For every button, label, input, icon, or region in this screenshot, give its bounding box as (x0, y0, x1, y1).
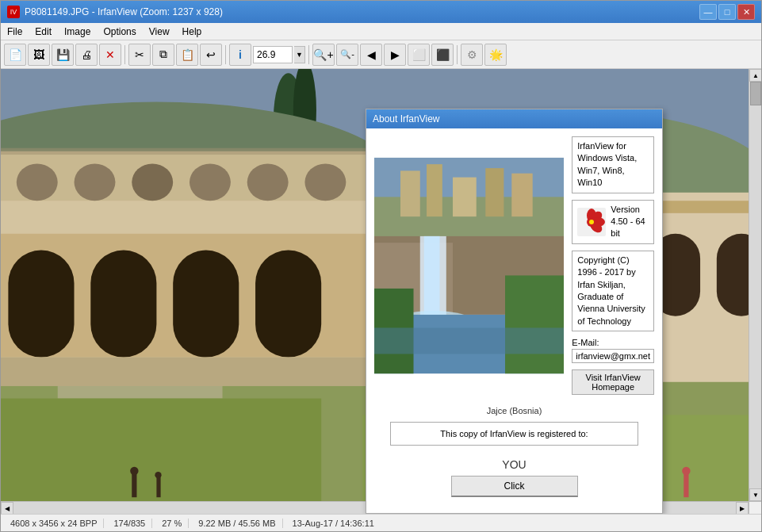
effects-button[interactable]: 🌟 (484, 44, 507, 66)
svg-rect-7 (17, 163, 58, 201)
version-box: Version 4.50 - 64 bit (572, 200, 654, 244)
menu-file[interactable]: File (1, 25, 29, 39)
scroll-right-arrow[interactable]: ▶ (736, 502, 749, 514)
vertical-scrollbar: ▲ ▼ (749, 69, 761, 501)
delete-button[interactable]: ✕ (99, 44, 121, 66)
status-date: 13-Aug-17 / 14:36:11 (286, 519, 381, 528)
copyright-text: Copyright (C) 1996 - 2017 by Irfan Skilj… (577, 255, 645, 326)
svg-rect-17 (255, 251, 321, 358)
minimize-button[interactable]: — (699, 4, 717, 20)
toolbar-sep-2 (225, 45, 226, 64)
thumbnail-caption: Jajce (Bosnia) (374, 403, 654, 422)
svg-point-62 (589, 220, 594, 224)
new-button[interactable]: 📄 (4, 44, 26, 66)
menu-options[interactable]: Options (97, 25, 142, 39)
main-window: IV P8081149.JPG - IrfanView (Zoom: 1237 … (0, 0, 762, 532)
email-section: E-Mail: irfanview@gmx.net (572, 338, 654, 363)
cut-button[interactable]: ✂ (128, 44, 151, 66)
dialog-title-bar[interactable]: About IrfanView (366, 109, 662, 128)
svg-rect-15 (90, 251, 156, 358)
window-title: P8081149.JPG - IrfanView (Zoom: 1237 x 9… (25, 6, 223, 17)
zoom-in-button[interactable]: 🔍+ (312, 44, 335, 66)
fit-button[interactable]: ⬜ (408, 44, 430, 66)
product-name-text: IrfanView for Windows Vista, Win7, Win8,… (577, 141, 637, 187)
status-bar: 4608 x 3456 x 24 BPP 174/835 27 % 9.22 M… (1, 514, 761, 531)
info-button[interactable]: i (229, 44, 251, 66)
copy-button[interactable]: ⧉ (152, 44, 174, 66)
svg-rect-42 (400, 170, 420, 216)
toolbar: 📄 🖼 💾 🖨 ✕ ✂ ⧉ 📋 ↩ i 26.9 ▼ 🔍+ 🔍- ◀ ▶ ⬜ ⬛… (1, 40, 761, 69)
visit-homepage-button[interactable]: Visit IrfanView Homepage (572, 369, 654, 395)
version-text: Version 4.50 - 64 bit (611, 204, 649, 240)
click-button[interactable]: Click (451, 476, 578, 497)
scroll-down-arrow[interactable]: ▼ (749, 488, 761, 501)
close-button[interactable]: ✕ (737, 4, 755, 20)
menu-help[interactable]: Help (176, 25, 209, 39)
svg-rect-36 (684, 473, 688, 497)
zoom-out-button[interactable]: 🔍- (336, 44, 358, 66)
dialog-info-panel: IrfanView for Windows Vista, Win7, Win8,… (572, 136, 654, 395)
zoom-dropdown[interactable]: ▼ (294, 46, 305, 63)
registered-text: This copy of IrfanView is registered to: (440, 429, 588, 438)
svg-rect-10 (190, 163, 231, 201)
product-name-box: IrfanView for Windows Vista, Win7, Win8,… (572, 136, 654, 193)
menu-edit[interactable]: Edit (29, 25, 58, 39)
copyright-box: Copyright (C) 1996 - 2017 by Irfan Skilj… (572, 251, 654, 331)
fullscreen-button[interactable]: ⬛ (431, 44, 454, 66)
paste-button[interactable]: 📋 (176, 44, 198, 66)
print-button[interactable]: 🖨 (75, 44, 98, 66)
status-zoom: 27 % (155, 519, 189, 528)
svg-point-37 (682, 467, 690, 475)
svg-rect-46 (511, 174, 532, 216)
scroll-track-vertical[interactable] (749, 82, 761, 488)
settings-button[interactable]: ⚙ (461, 44, 483, 66)
svg-rect-50 (424, 236, 440, 321)
save-button[interactable]: 💾 (52, 44, 74, 66)
svg-point-33 (130, 467, 138, 475)
svg-rect-30 (1, 399, 321, 514)
svg-point-35 (155, 472, 161, 478)
email-value: irfanview@gmx.net (572, 349, 654, 363)
svg-rect-45 (485, 168, 504, 216)
undo-button[interactable]: ↩ (200, 44, 222, 66)
dialog-title-text: About IrfanView (373, 113, 440, 124)
svg-rect-43 (427, 164, 442, 216)
svg-rect-32 (132, 473, 136, 497)
status-position: 174/835 (107, 519, 152, 528)
waterfall-image (374, 136, 564, 395)
menu-view[interactable]: View (143, 25, 176, 39)
toolbar-sep-1 (124, 45, 125, 64)
menu-image[interactable]: Image (58, 25, 97, 39)
about-dialog: About IrfanView (366, 109, 663, 514)
toolbar-sep-3 (308, 45, 309, 64)
title-bar: IV P8081149.JPG - IrfanView (Zoom: 1237 … (1, 1, 761, 23)
title-bar-left: IV P8081149.JPG - IrfanView (Zoom: 1237 … (7, 6, 223, 18)
dialog-thumbnail (374, 136, 564, 395)
zoom-value[interactable]: 26.9 (253, 46, 293, 63)
open-button[interactable]: 🖼 (28, 44, 50, 66)
title-buttons: — □ ✕ (699, 4, 755, 20)
scroll-thumb-vertical[interactable] (750, 82, 761, 105)
svg-rect-9 (132, 163, 173, 201)
status-filesize: 9.22 MB / 45.56 MB (192, 519, 282, 528)
scroll-left-arrow[interactable]: ◀ (1, 502, 13, 514)
svg-rect-16 (173, 251, 239, 358)
prev-button[interactable]: ◀ (360, 44, 382, 66)
dialog-body: IrfanView for Windows Vista, Win7, Win8,… (366, 128, 662, 513)
svg-rect-54 (505, 275, 564, 373)
svg-rect-11 (247, 163, 289, 201)
svg-rect-55 (374, 327, 564, 354)
status-dimensions: 4608 x 3456 x 24 BPP (4, 519, 104, 528)
registered-name: YOU (374, 454, 654, 476)
irfanview-logo-icon (577, 208, 606, 236)
maximize-button[interactable]: □ (718, 4, 736, 20)
svg-rect-38 (1, 358, 371, 386)
scroll-up-arrow[interactable]: ▲ (749, 69, 761, 82)
main-area: About IrfanView (1, 69, 761, 514)
svg-rect-12 (304, 163, 346, 201)
app-icon: IV (7, 6, 20, 18)
menu-bar: File Edit Image Options View Help (1, 23, 761, 40)
scrollbar-corner (749, 501, 761, 514)
next-button[interactable]: ▶ (384, 44, 406, 66)
svg-rect-34 (156, 477, 160, 497)
